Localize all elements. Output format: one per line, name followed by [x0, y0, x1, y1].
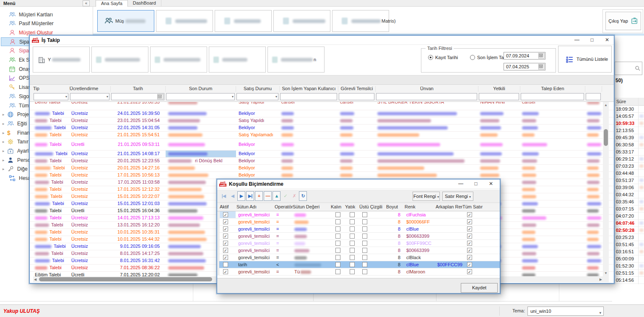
tum-satir-checkbox[interactable]: ✓	[467, 234, 472, 239]
ustu-cizgili-checkbox[interactable]	[362, 262, 367, 267]
nav-refresh-button[interactable]: ↻	[299, 191, 307, 201]
tum-satir-checkbox[interactable]: ✓	[467, 241, 472, 246]
expand-arrow-icon[interactable]: ▸	[1, 149, 7, 153]
kalin-checkbox[interactable]	[335, 255, 340, 260]
sidebar-item-0[interactable]: Müşteri Kartları	[1, 10, 92, 19]
filter-select-Satış Durumu[interactable]: ▾	[236, 93, 278, 100]
column-header-Görevli Temsilci[interactable]: Görevli Temsilci	[338, 86, 376, 92]
expand-arrow-icon[interactable]: ▸	[1, 167, 7, 171]
ustu-cizgili-checkbox[interactable]	[362, 248, 367, 253]
nav-last-button[interactable]: ▶|	[246, 191, 254, 201]
yatik-checkbox[interactable]	[350, 241, 355, 246]
column-header-Son Durum[interactable]: Son Durum	[166, 86, 236, 92]
save-button[interactable]: Kaydet	[461, 283, 498, 293]
scroll-thumb[interactable]	[604, 129, 608, 146]
ustu-cizgili-checkbox[interactable]	[362, 234, 367, 239]
aktif-checkbox[interactable]: ✓	[223, 234, 228, 239]
ustu-cizgili-checkbox[interactable]	[362, 269, 367, 274]
minimize-button[interactable]: —	[571, 37, 583, 44]
table-row-clipped[interactable]: Demo TalebiÜcretsiz21.01.2025 10:00:33Sa…	[30, 102, 614, 110]
tab-ana-sayfa[interactable]: Ana Sayfa	[96, 0, 128, 7]
yatik-checkbox[interactable]	[350, 248, 355, 253]
rule-column-header-7[interactable]: Boyut	[386, 204, 405, 210]
tum-satir-checkbox[interactable]: ✓	[467, 219, 472, 224]
aktif-checkbox[interactable]: ✓	[223, 269, 228, 274]
table-row[interactable]: TalebiÜcretsiz21.01.2025 14:08:17Bekliyo…	[30, 151, 614, 158]
aktif-checkbox[interactable]: ✓	[223, 248, 228, 253]
maximize-button[interactable]: □	[586, 37, 598, 44]
scroll-right-icon[interactable]: ▶	[600, 278, 602, 281]
date-to-field[interactable]: 07.04.2025	[504, 63, 545, 70]
rule-column-header-6[interactable]: Üstü Çizgili	[359, 204, 386, 210]
yatik-checkbox[interactable]	[350, 269, 355, 274]
filter-date-Tarih[interactable]	[111, 93, 164, 100]
dialog-titlebar[interactable]: polisoft Koşullu Biçimlendirme — □ ✕	[217, 179, 500, 189]
list-all-button[interactable]: Tümünü Listele	[558, 46, 612, 73]
calendar-icon[interactable]	[538, 64, 545, 70]
kalin-checkbox[interactable]	[335, 269, 340, 274]
ribbon-button-1[interactable]	[156, 10, 213, 32]
expand-arrow-icon[interactable]: ▸	[1, 112, 7, 117]
minimize-button[interactable]: —	[454, 181, 467, 187]
filter-input-Talep Eden[interactable]	[521, 93, 584, 100]
collapse-menu-button[interactable]: «	[83, 0, 90, 6]
kalin-checkbox[interactable]	[335, 219, 340, 224]
table-row[interactable]: TalebiÜcretsiz20.01.2025 12:23:55ri Dönü…	[30, 158, 614, 165]
column-header-Tip[interactable]: Tip	[33, 86, 70, 92]
filter-input-Ünvan[interactable]	[376, 93, 477, 100]
yatik-checkbox[interactable]	[350, 212, 355, 217]
expand-arrow-icon[interactable]: ▸	[1, 131, 7, 135]
table-row[interactable]: TalebiÜcretli21.01.2025 09:53:11Bekliyor	[30, 139, 614, 151]
expand-arrow-icon[interactable]: ▸	[1, 140, 7, 144]
filter-input-Son İşlem Yapan Kullanıcı[interactable]	[280, 93, 337, 100]
table-row[interactable]: TalebiÜcretsiz23.01.2025 15:04:54Satış Y…	[30, 117, 614, 125]
filter-select-Son Durum[interactable]: ▾	[166, 93, 235, 100]
format-rule-row[interactable]: ✓gorevli_temsilci=8$00FF99CC✓	[217, 240, 500, 247]
tum-satir-checkbox[interactable]: ✓	[467, 262, 472, 267]
radio-kayit-tarihi-label[interactable]: Kayıt Tarihi	[435, 55, 458, 60]
kalin-checkbox[interactable]	[335, 226, 340, 231]
format-rule-row[interactable]: ✓gorevli_temsilci=8clFuchsia✓	[217, 211, 500, 218]
nav-cancel-button[interactable]: ✗	[290, 191, 298, 201]
istakip-toolbar-button-0[interactable]: Y	[33, 47, 90, 73]
ribbon-button-4[interactable]: Matris)	[332, 10, 389, 32]
yatik-checkbox[interactable]	[350, 262, 355, 267]
kalin-checkbox[interactable]	[335, 212, 340, 217]
format-rule-row[interactable]: ✓gorevli_temsilci=8clBlue✓	[217, 226, 500, 233]
table-row[interactable]: TalebiÜcretsiz21.01.2025 15:54:51Satış Y…	[30, 132, 614, 139]
ustu-cizgili-checkbox[interactable]	[362, 219, 367, 224]
scroll-left-icon[interactable]: ◀	[34, 278, 36, 281]
table-row[interactable]: TalebiÜcretsiz22.01.2025 14:31:05Bekliyo…	[30, 125, 614, 132]
rule-column-header-4[interactable]: Kalın	[331, 204, 345, 210]
row-color-button[interactable]: Satır Rengi ▾	[442, 192, 473, 201]
format-rule-row[interactable]: ✓gorevli_temsilci=8$000066FF✓	[217, 218, 500, 226]
kalin-checkbox[interactable]	[335, 234, 340, 239]
aktif-checkbox[interactable]: ✓	[223, 219, 228, 224]
nav-delete-button[interactable]: —	[264, 191, 272, 201]
nav-edit-button[interactable]: ▲	[273, 191, 280, 201]
kalin-checkbox[interactable]	[335, 248, 340, 253]
format-rule-row[interactable]: ✓gorevli_temsilci=8$00663399✓	[217, 247, 500, 254]
rule-column-header-10[interactable]: Tüm Satır	[462, 204, 488, 210]
rule-column-header-2[interactable]: Operatör	[275, 204, 293, 210]
logout-button[interactable]: Çıkış Yap	[605, 12, 641, 30]
kalin-checkbox[interactable]	[335, 241, 340, 246]
column-header-Son İşlem Yapan Kullanıcı[interactable]: Son İşlem Yapan Kullanıcı	[280, 86, 338, 92]
tum-satir-checkbox[interactable]: ✓	[467, 226, 472, 231]
yatik-checkbox[interactable]	[350, 226, 355, 231]
ustu-cizgili-checkbox[interactable]	[362, 212, 367, 217]
nav-insert-button[interactable]: +	[255, 191, 263, 201]
expand-arrow-icon[interactable]: ▸	[1, 122, 7, 126]
sure-column-header[interactable]: Süre	[615, 98, 644, 106]
radio-son-islem-tarihi[interactable]	[470, 55, 475, 60]
ribbon-button-2[interactable]	[215, 10, 272, 32]
rule-column-header-8[interactable]: Renk	[405, 204, 436, 210]
filter-select-Ücretlendirme[interactable]: ▾	[70, 93, 109, 100]
rule-column-header-1[interactable]: Sütun Adı	[236, 204, 275, 210]
search-input[interactable]	[615, 62, 642, 75]
rule-column-header-3[interactable]: Sütun Değeri	[293, 204, 331, 210]
ustu-cizgili-checkbox[interactable]	[362, 255, 367, 260]
column-header-extra[interactable]	[585, 86, 602, 92]
table-row[interactable]: TalebiÜcretsiz17.01.2025 10:56:13Bekliyo…	[30, 172, 614, 179]
table-row[interactable]: TalebiÜcretsiz24.01.2025 16:39:50Bekliyo…	[30, 110, 614, 117]
